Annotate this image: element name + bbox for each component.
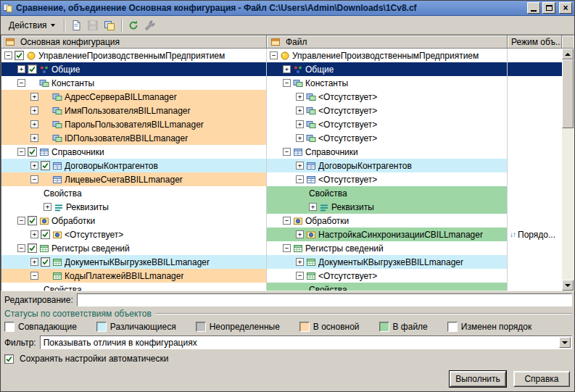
collapse-toggle[interactable]: −: [17, 148, 25, 156]
collapse-toggle[interactable]: −: [30, 272, 38, 280]
expand-toggle[interactable]: +: [17, 65, 25, 73]
tree-row[interactable]: −ЛицевыеСчетаBBILLmanager−<Отсутствует>: [1, 172, 562, 186]
editing-input[interactable]: [77, 293, 572, 306]
expand-toggle[interactable]: +: [296, 258, 304, 266]
help-button[interactable]: Справка: [513, 371, 570, 387]
tree-row[interactable]: +АдресСервераBILLmanager+<Отсутствует>: [1, 90, 562, 104]
file-cell: −Обработки: [267, 214, 508, 228]
tree-row[interactable]: −Константы−Константы: [1, 76, 562, 90]
include-checkbox[interactable]: [41, 230, 50, 239]
collapse-toggle[interactable]: −: [283, 148, 291, 156]
expand-toggle[interactable]: +: [296, 230, 304, 238]
tree-row[interactable]: −Справочники−Справочники: [1, 145, 562, 159]
autosave-checkbox[interactable]: [4, 354, 14, 364]
close-button[interactable]: ×: [559, 2, 572, 14]
expand-toggle[interactable]: +: [30, 162, 38, 170]
status-label: Неопределенные: [210, 322, 280, 332]
tree-row[interactable]: +ИмяПользователяBILLmanager+<Отсутствует…: [1, 104, 562, 117]
autosave-option[interactable]: Сохранять настройки автоматически: [1, 352, 574, 365]
collapse-toggle[interactable]: −: [283, 217, 291, 225]
collapse-toggle[interactable]: −: [17, 217, 25, 225]
expand-toggle[interactable]: +: [30, 107, 38, 114]
column-header-merge-mode[interactable]: Режим объ...: [508, 36, 562, 49]
status-color-swatch: [4, 322, 15, 332]
include-checkbox[interactable]: [28, 147, 37, 157]
collapse-toggle[interactable]: −: [270, 51, 278, 59]
tree-row[interactable]: +IDПользователяBBILLmanager+<Отсутствует…: [1, 131, 562, 145]
expand-toggle[interactable]: +: [283, 65, 291, 73]
status-label: Различающиеся: [110, 322, 176, 332]
titlebar[interactable]: Сравнение, объединение Основная конфигур…: [1, 1, 574, 16]
tree-row[interactable]: +ДоговорыКонтрагентов+ДоговорыКонтрагент…: [1, 159, 562, 172]
expand-toggle[interactable]: +: [296, 162, 304, 170]
include-checkbox[interactable]: [41, 257, 50, 267]
toolbar-separator: [64, 19, 65, 32]
tree-row[interactable]: −Обработки−Обработки: [1, 214, 562, 228]
column-header-file[interactable]: Файл: [267, 36, 508, 49]
expand-toggle[interactable]: +: [296, 120, 304, 128]
minimize-button[interactable]: [527, 2, 540, 14]
save-icon[interactable]: [85, 17, 102, 33]
tree-row[interactable]: +ПарольПользователяBILLmanager+<Отсутств…: [1, 117, 562, 131]
main-config-cell: −Справочники: [1, 145, 267, 159]
expand-toggle[interactable]: +: [30, 120, 38, 128]
maximize-button[interactable]: [542, 2, 555, 14]
vertical-scrollbar[interactable]: [562, 49, 574, 291]
include-checkbox[interactable]: [41, 161, 50, 170]
scroll-down-button[interactable]: [562, 280, 574, 291]
collapse-toggle[interactable]: −: [296, 272, 304, 280]
new-document-icon[interactable]: [68, 17, 85, 33]
expand-toggle[interactable]: +: [30, 93, 38, 101]
refresh-icon[interactable]: [125, 17, 142, 33]
tree-row[interactable]: +Реквизиты+Реквизиты: [1, 200, 562, 214]
expand-toggle[interactable]: +: [44, 203, 51, 211]
tree-row[interactable]: −УправлениеПроизводственнымПредприятием−…: [1, 49, 562, 62]
tree-row[interactable]: +<Отсутствует>+НастройкаСинхронизацииСBI…: [1, 228, 562, 241]
tree-row[interactable]: +Общие+Общие: [1, 62, 562, 76]
tree-row[interactable]: СвойстваСвойства: [1, 283, 562, 291]
tree-row[interactable]: +ДокументыКВыгрузкеBBILLmanager+Документ…: [1, 255, 562, 269]
merge-settings-icon[interactable]: [102, 17, 118, 33]
node-label: Реквизиты: [66, 202, 109, 212]
collapse-toggle[interactable]: −: [296, 175, 304, 183]
service-icon[interactable]: [142, 17, 159, 33]
collapse-toggle[interactable]: −: [17, 79, 25, 87]
include-checkbox[interactable]: [28, 243, 37, 253]
collapse-toggle[interactable]: −: [17, 244, 25, 252]
tree-row[interactable]: −Регистры сведений−Регистры сведений: [1, 241, 562, 255]
filter-row: Фильтр: Показывать отличия в конфигураци…: [1, 334, 574, 351]
catalog-icon: [306, 161, 316, 171]
column-header-main-config[interactable]: Основная конфигурация: [1, 36, 267, 49]
expand-toggle[interactable]: +: [309, 203, 317, 211]
expand-toggle[interactable]: +: [296, 93, 304, 101]
collapse-toggle[interactable]: −: [283, 79, 291, 87]
include-checkbox[interactable]: [15, 51, 24, 60]
execute-button[interactable]: Выполнить: [450, 371, 506, 387]
scrollbar-track[interactable]: [562, 59, 574, 280]
expand-toggle[interactable]: +: [296, 134, 304, 142]
actions-menu-button[interactable]: Действия: [3, 17, 61, 33]
main-config-cell: −УправлениеПроизводственнымПредприятием: [1, 49, 267, 62]
include-checkbox[interactable]: [28, 216, 37, 225]
include-checkbox[interactable]: [28, 64, 37, 74]
expand-toggle[interactable]: +: [296, 107, 304, 114]
collapse-toggle[interactable]: −: [30, 175, 38, 183]
scroll-up-button[interactable]: [562, 49, 574, 59]
status-color-swatch: [447, 322, 458, 332]
filter-combobox[interactable]: Показывать отличия в конфигурациях: [40, 335, 572, 349]
scrollbar-thumb[interactable]: [562, 59, 574, 128]
tree-row[interactable]: −КодыПлатежейBBILLmanager−<Отсутствует>: [1, 269, 562, 283]
expand-toggle[interactable]: +: [30, 258, 38, 266]
catalog-icon: [52, 175, 62, 185]
expand-toggle[interactable]: +: [30, 134, 38, 142]
tree-row[interactable]: СвойстваСвойства: [1, 186, 562, 200]
node-label: <Отсутствует>: [318, 106, 377, 116]
catalog-icon: [306, 175, 316, 185]
compare-merge-window: Сравнение, объединение Основная конфигур…: [0, 0, 575, 392]
combo-dropdown-button[interactable]: [559, 337, 571, 348]
merge-mode-cell: [508, 90, 562, 104]
collapse-toggle[interactable]: −: [4, 51, 12, 59]
node-label: <Отсутствует>: [318, 271, 377, 281]
collapse-toggle[interactable]: −: [283, 244, 291, 252]
expand-toggle[interactable]: +: [30, 230, 38, 238]
